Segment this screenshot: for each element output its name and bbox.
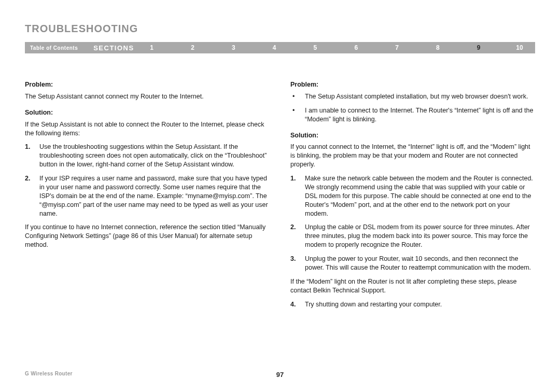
step-text: Use the troubleshooting suggestions with…	[39, 143, 270, 169]
right-column: Problem: • The Setup Assistant completed…	[290, 80, 535, 314]
solution-label: Solution:	[290, 131, 535, 140]
page-title: TROUBLESHOOTING	[25, 23, 535, 35]
solution-label: Solution:	[25, 108, 270, 117]
bullet-icon: •	[290, 92, 305, 101]
bullet-text: I am unable to connect to the Internet. …	[305, 106, 535, 124]
step-number: 2.	[290, 223, 305, 249]
section-link-4[interactable]: 4	[269, 44, 279, 51]
solution-steps-cont: 4. Try shutting down and restarting your…	[290, 300, 535, 309]
solution-steps: 1. Make sure the network cable between t…	[290, 174, 535, 272]
bullet-1: • The Setup Assistant completed installa…	[290, 92, 535, 101]
section-link-1[interactable]: 1	[147, 44, 157, 51]
step-1: 1. Make sure the network cable between t…	[290, 174, 535, 218]
step-2: 2. If your ISP requires a user name and …	[25, 174, 270, 218]
step-1: 1. Use the troubleshooting suggestions w…	[25, 143, 270, 169]
section-numbers: 1 2 3 4 5 6 7 8 9 10	[147, 44, 530, 51]
step-number: 1.	[25, 143, 39, 169]
bullet-text: The Setup Assistant completed installati…	[305, 92, 528, 101]
solution-steps: 1. Use the troubleshooting suggestions w…	[25, 143, 270, 218]
step-2: 2. Unplug the cable or DSL modem from it…	[290, 223, 535, 249]
step-number: 4.	[290, 300, 305, 309]
section-link-7[interactable]: 7	[392, 44, 402, 51]
section-link-6[interactable]: 6	[351, 44, 361, 51]
left-column: Problem: The Setup Assistant cannot conn…	[25, 80, 270, 314]
section-navbar: Table of Contents SECTIONS 1 2 3 4 5 6 7…	[25, 42, 535, 53]
solution-outro: If you continue to have no Internet conn…	[25, 223, 270, 249]
problem-bullets: • The Setup Assistant completed installa…	[290, 92, 535, 124]
section-link-3[interactable]: 3	[228, 44, 239, 51]
solution-intro: If you cannot connect to the Internet, t…	[290, 143, 535, 169]
page-footer: G Wireless Router 97	[25, 371, 535, 376]
bullet-icon: •	[290, 106, 305, 124]
content-columns: Problem: The Setup Assistant cannot conn…	[25, 80, 535, 314]
step-4: 4. Try shutting down and restarting your…	[290, 300, 535, 309]
section-link-5[interactable]: 5	[310, 44, 320, 51]
mid-note: If the “Modem” light on the Router is no…	[290, 277, 535, 295]
step-number: 2.	[25, 174, 39, 218]
step-text: Try shutting down and restarting your co…	[305, 300, 442, 309]
step-text: Unplug the power to your Router, wait 10…	[305, 255, 535, 272]
sections-label: SECTIONS	[93, 44, 134, 52]
section-link-8[interactable]: 8	[432, 44, 443, 51]
step-text: Make sure the network cable between the …	[305, 174, 535, 218]
page-number: 97	[25, 371, 535, 379]
bullet-2: • I am unable to connect to the Internet…	[290, 106, 535, 124]
problem-label: Problem:	[290, 80, 535, 89]
section-link-9[interactable]: 9	[473, 44, 484, 51]
step-text: If your ISP requires a user name and pas…	[39, 174, 270, 218]
step-number: 3.	[290, 255, 305, 272]
section-link-10[interactable]: 10	[514, 44, 525, 51]
toc-link[interactable]: Table of Contents	[30, 45, 78, 51]
step-3: 3. Unplug the power to your Router, wait…	[290, 255, 535, 272]
step-text: Unplug the cable or DSL modem from its p…	[305, 223, 535, 249]
step-number: 1.	[290, 174, 305, 218]
solution-intro: If the Setup Assistant is not able to co…	[25, 120, 270, 138]
section-link-2[interactable]: 2	[187, 44, 198, 51]
problem-label: Problem:	[25, 80, 270, 89]
problem-text: The Setup Assistant cannot connect my Ro…	[25, 92, 270, 101]
